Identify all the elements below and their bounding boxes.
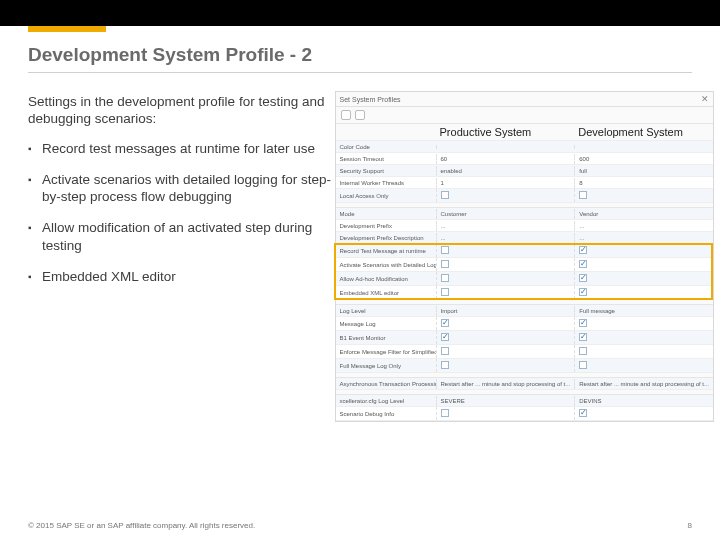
save-icon[interactable] [341,110,351,120]
prod-cell: SEVERE [436,396,575,406]
dev-cell [574,317,713,330]
prod-cell: ... [436,233,575,243]
cell-text: ... [441,235,446,241]
prod-cell: ... [436,221,575,231]
prod-cell: 60 [436,154,575,164]
checkbox[interactable] [579,288,587,296]
dev-cell: ... [574,221,713,231]
dev-cell: Vendor [574,209,713,219]
checkbox[interactable] [579,347,587,355]
dev-cell: DEVINS [574,396,713,406]
bullet-marker: ▪ [28,219,42,254]
checkbox[interactable] [441,246,449,254]
row-label: xcellerator.cfg Log Level [336,396,436,406]
dev-cell [574,359,713,372]
checkbox[interactable] [441,274,449,282]
dev-cell [574,189,713,202]
checkbox[interactable] [441,361,449,369]
cell-text: ... [579,223,584,229]
checkbox[interactable] [579,260,587,268]
cell-text: Full message [579,308,615,314]
prod-cell [436,359,575,372]
dev-cell [574,244,713,257]
row-label: Local Access Only [336,191,436,201]
table-row: Color Code [336,141,713,153]
row-label: Development Prefix Description [336,233,436,243]
checkbox[interactable] [441,288,449,296]
prod-cell [436,331,575,344]
prod-cell: 1 [436,178,575,188]
table-row: Activate Scenarios with Detailed Logging [336,258,713,272]
checkbox[interactable] [579,274,587,282]
checkbox[interactable] [579,319,587,327]
table-row: Scenario Debug Info [336,407,713,421]
row-label: Development Prefix [336,221,436,231]
slide-footer: © 2015 SAP SE or an SAP affiliate compan… [0,515,720,540]
intro-paragraph: Settings in the development profile for … [28,93,335,128]
row-label: Asynchronous Transaction Processing [336,379,436,389]
screenshot-panel-wrapper: Set System Profiles ✕ Productive System … [335,83,720,422]
page-number: 8 [688,521,692,530]
table-row: Record Test Message at runtime [336,244,713,258]
prod-cell: enabled [436,166,575,176]
checkbox[interactable] [579,361,587,369]
bullet-4: Embedded XML editor [42,268,335,285]
checkbox[interactable] [441,409,449,417]
dev-cell [574,345,713,358]
row-label: Record Test Message at runtime [336,246,436,256]
table-row: Log LevelImportFull message [336,305,713,317]
checkbox[interactable] [441,319,449,327]
table-row: Full Message Log Only [336,359,713,373]
accent-gold-bar [28,26,106,32]
col-productive: Productive System [436,124,575,140]
prod-cell [436,286,575,299]
bullet-marker: ▪ [28,140,42,157]
prod-cell [436,145,575,149]
checkbox[interactable] [441,347,449,355]
table-row: Message Log [336,317,713,331]
checkbox[interactable] [579,191,587,199]
refresh-icon[interactable] [355,110,365,120]
checkbox[interactable] [579,333,587,341]
cell-text: ... [579,235,584,241]
table-row: Enforce Message Filter for Simplified Ca… [336,345,713,359]
dev-cell: 600 [574,154,713,164]
cell-text: Restart after ... minute and stop proces… [579,381,709,387]
cell-text: enabled [441,168,462,174]
cell-text: 600 [579,156,589,162]
row-label: Message Log [336,319,436,329]
table-row: Internal Worker Threads18 [336,177,713,189]
grid-header: Productive System Development System [336,124,713,141]
table-row: Asynchronous Transaction ProcessingResta… [336,378,713,390]
row-label: Session Timeout [336,154,436,164]
divider [28,72,692,73]
top-black-bar [0,0,720,26]
close-icon[interactable]: ✕ [701,94,709,104]
prod-cell [436,272,575,285]
bullet-3: Allow modification of an activated step … [42,219,335,254]
dev-cell [574,272,713,285]
checkbox[interactable] [441,333,449,341]
row-label: Enforce Message Filter for Simplified Ca… [336,347,436,357]
row-label: Allow Ad-hoc Modification [336,274,436,284]
checkbox[interactable] [579,409,587,417]
row-label: Color Code [336,142,436,152]
cell-text: 1 [441,180,444,186]
cell-text: Vendor [579,211,598,217]
checkbox[interactable] [441,260,449,268]
cell-text: ... [441,223,446,229]
cell-text: full [579,168,587,174]
row-label: Full Message Log Only [336,361,436,371]
checkbox[interactable] [579,246,587,254]
table-row: Development Prefix Description...... [336,232,713,244]
cell-text: 8 [579,180,582,186]
bullet-2: Activate scenarios with detailed logging… [42,171,335,206]
row-label: Scenario Debug Info [336,409,436,419]
panel-title: Set System Profiles [340,96,401,103]
dev-cell [574,258,713,271]
row-label: Security Support [336,166,436,176]
row-label: Mode [336,209,436,219]
prod-cell [436,345,575,358]
slide-title: Development System Profile - 2 [28,44,692,66]
checkbox[interactable] [441,191,449,199]
